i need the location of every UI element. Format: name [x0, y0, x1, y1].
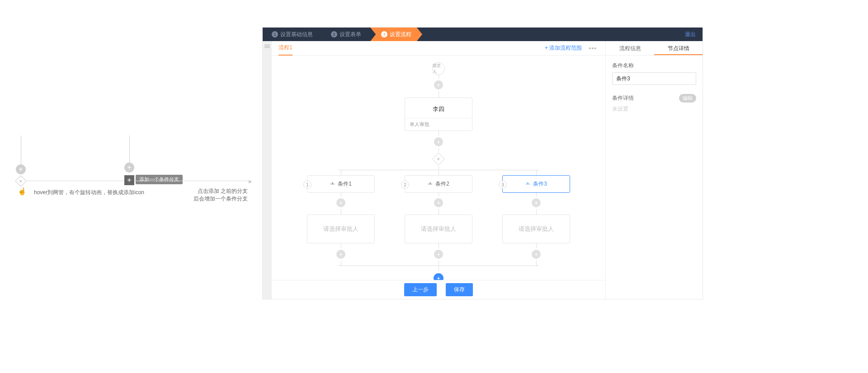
- footer-bar: 上一步 保存: [272, 280, 605, 299]
- connector-line: [338, 266, 539, 266]
- arrow-icon: ▶: [249, 179, 252, 184]
- add-icon[interactable]: +: [16, 164, 26, 174]
- hamburger-icon: [264, 45, 270, 48]
- connector-line: [129, 135, 130, 164]
- exit-link[interactable]: 退出: [685, 31, 703, 38]
- node-type: 单人审批: [405, 118, 472, 131]
- approver-placeholder-node[interactable]: 请选择审批人: [307, 214, 375, 243]
- tab-flow1[interactable]: 流程1: [278, 41, 292, 56]
- branch-1: 1 条件1 + 请选择审批人: [299, 170, 383, 266]
- tooltip: 添加一个条件分支: [136, 175, 183, 184]
- connector-line: [25, 181, 127, 181]
- connector-line: [439, 148, 439, 152]
- add-node-button[interactable]: +: [336, 198, 345, 207]
- add-flow-scope-link[interactable]: + 添加流程范围: [545, 44, 582, 52]
- more-icon[interactable]: •••: [589, 45, 597, 52]
- collapse-rail[interactable]: [263, 41, 272, 299]
- connector-line: [536, 170, 537, 175]
- flow-canvas: 提交人 + 李四 单人审批 + ×: [272, 56, 605, 280]
- connector-line: [341, 170, 341, 175]
- branch-icon: [428, 182, 433, 186]
- connector-line: [21, 135, 21, 164]
- add-node-button[interactable]: +: [532, 250, 541, 259]
- connector-line: [536, 193, 537, 196]
- add-square-icon[interactable]: +: [124, 175, 134, 185]
- step-number: 2: [331, 31, 337, 37]
- branch-2: 2 条件2 + 请选择审批人: [396, 170, 481, 266]
- annotation-hover: hover到网管，有个旋转动画，替换成添加icon: [34, 189, 144, 196]
- branch-number: 3: [499, 181, 507, 189]
- connector-line: [439, 170, 439, 175]
- node-name: 李四: [405, 98, 472, 118]
- canvas-tab-bar: 流程1 + 添加流程范围 •••: [272, 41, 605, 56]
- approver-node[interactable]: 李四 单人审批: [405, 98, 472, 131]
- stepper-bar: 1 设置基础信息 2 设置表单 3 设置流程 退出: [263, 28, 703, 41]
- connector-line: [536, 209, 537, 214]
- add-node-button[interactable]: +: [434, 250, 443, 259]
- connector-line: [341, 193, 341, 196]
- branch-icon: [330, 182, 335, 186]
- connector-line: [439, 131, 439, 135]
- step-flow[interactable]: 3 设置流程: [370, 28, 422, 41]
- diamond-x-icon[interactable]: ×: [15, 175, 26, 186]
- add-node-button[interactable]: +: [532, 198, 541, 207]
- step-label: 设置基础信息: [280, 31, 313, 38]
- condition-name-label: 条件名称: [612, 62, 696, 70]
- connector-line: [439, 243, 439, 248]
- branch-number: 1: [303, 181, 311, 189]
- add-node-button[interactable]: +: [434, 198, 443, 207]
- annotation-click: 点击添加 之前的分支 后会增加一个条件分支: [193, 187, 248, 203]
- connector-line: [439, 75, 439, 79]
- app-window: 1 设置基础信息 2 设置表单 3 设置流程 退出 流程1 + 添加流程范围 •…: [262, 27, 703, 299]
- step-number: 1: [272, 31, 278, 37]
- add-node-button[interactable]: +: [434, 80, 443, 89]
- connector-line: [134, 181, 250, 181]
- approver-placeholder-node[interactable]: 请选择审批人: [502, 214, 570, 243]
- condition-node[interactable]: 条件2: [405, 175, 472, 193]
- connector-line: [341, 209, 341, 214]
- tab-node-detail[interactable]: 节点详情: [654, 41, 703, 55]
- condition-node-selected[interactable]: 条件3: [502, 175, 570, 193]
- condition-unset-text: 未设置: [612, 105, 696, 113]
- prev-step-button[interactable]: 上一步: [404, 283, 437, 296]
- save-button[interactable]: 保存: [446, 283, 473, 296]
- condition-detail-label: 条件详情: [612, 94, 634, 102]
- tab-flow-info[interactable]: 流程信息: [606, 41, 654, 55]
- step-basic-info[interactable]: 1 设置基础信息: [263, 28, 322, 41]
- add-node-primary-button[interactable]: +: [434, 273, 443, 280]
- branch-3: 3 条件3 + 请选择审批人: [494, 170, 578, 266]
- connector-line: [439, 166, 439, 170]
- connector-line: [341, 243, 341, 248]
- gateway-node[interactable]: ×: [432, 153, 445, 165]
- condition-name-input[interactable]: [612, 72, 696, 85]
- step-label: 设置流程: [390, 31, 411, 38]
- branch-number: 2: [401, 181, 409, 189]
- add-icon[interactable]: +: [124, 163, 134, 173]
- step-number: 3: [381, 31, 387, 37]
- add-node-button[interactable]: +: [336, 250, 345, 259]
- branch-icon: [525, 182, 531, 186]
- connector-line: [439, 209, 439, 214]
- connector-line: [439, 193, 439, 196]
- connector-line: [439, 91, 439, 98]
- edit-button[interactable]: 编辑: [679, 94, 696, 103]
- add-node-button[interactable]: +: [434, 137, 443, 146]
- step-form[interactable]: 2 设置表单: [322, 28, 370, 41]
- step-label: 设置表单: [340, 31, 361, 38]
- connector-line: [536, 243, 537, 248]
- condition-node[interactable]: 条件1: [307, 175, 375, 193]
- approver-placeholder-node[interactable]: 请选择审批人: [405, 214, 472, 243]
- connector-line: [439, 266, 439, 271]
- cursor-hand-icon: ☝: [18, 187, 27, 196]
- start-node[interactable]: 提交人: [432, 62, 445, 75]
- right-panel: 流程信息 节点详情 条件名称 条件详情 编辑 未设置: [605, 41, 703, 299]
